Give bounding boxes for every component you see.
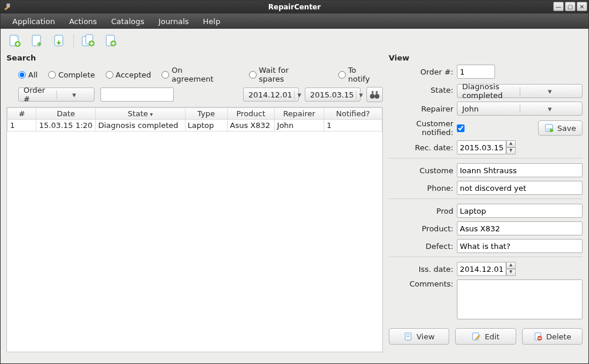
- results-table[interactable]: # Date State Type Product Repairer Notif…: [6, 107, 383, 352]
- date-from-select[interactable]: 2014.12.01 ▾: [243, 87, 299, 102]
- date-to-select[interactable]: 2015.03.15 ▾: [305, 87, 361, 102]
- filter-wait-spares-label: Wait for spares: [259, 66, 311, 83]
- toolbar-doc-arrow-icon[interactable]: [29, 32, 45, 49]
- col-state[interactable]: State: [96, 108, 185, 120]
- customer-field[interactable]: [457, 163, 583, 177]
- state-select[interactable]: Diagnosis completed ▾: [457, 84, 583, 98]
- view-heading: View: [389, 53, 583, 62]
- separator: [389, 198, 583, 199]
- filter-on-agreement[interactable]: On agreement: [161, 66, 221, 83]
- filter-controls: Order # ▾ 2014.12.01 ▾ 2015.03.15 ▾: [6, 87, 383, 107]
- toolbar-doc-down-icon[interactable]: [51, 32, 68, 49]
- edit-button[interactable]: Edit: [455, 328, 516, 345]
- date-to-value: 2015.03.15: [308, 90, 356, 99]
- defect-field[interactable]: [457, 239, 583, 253]
- filter-complete-label: Complete: [58, 70, 95, 79]
- filter-on-agreement-label: On agreement: [171, 66, 221, 83]
- search-input[interactable]: [100, 87, 174, 102]
- toolbar-docs-add-icon[interactable]: [80, 32, 96, 49]
- prod-label: Prod: [389, 207, 453, 215]
- filter-all[interactable]: All: [18, 70, 38, 79]
- cell-date: 15.03.15 1:20: [36, 120, 96, 132]
- spin-up-icon[interactable]: ▲: [506, 262, 516, 269]
- menu-actions[interactable]: Actions: [62, 15, 105, 28]
- window-controls: — ▢ ✕: [553, 2, 587, 11]
- svg-rect-20: [406, 336, 410, 337]
- close-button[interactable]: ✕: [577, 2, 587, 11]
- rec-date-field[interactable]: ▲▼: [457, 140, 516, 154]
- search-heading: Search: [6, 53, 383, 62]
- repairer-value: John: [460, 105, 520, 113]
- spin-down-icon[interactable]: ▼: [506, 269, 516, 276]
- order-number-label: Order #:: [389, 68, 453, 76]
- save-icon: [544, 123, 554, 133]
- document-icon: [403, 332, 413, 341]
- state-label: State:: [389, 86, 453, 95]
- spin-down-icon[interactable]: ▼: [506, 147, 516, 154]
- view-button[interactable]: View: [389, 328, 449, 345]
- customer-notified-label: Customer notified:: [389, 119, 453, 137]
- order-number-field[interactable]: [457, 65, 495, 79]
- app-window: RepairCenter — ▢ ✕ Application Actions C…: [0, 0, 589, 364]
- prod-field[interactable]: [457, 204, 583, 218]
- svg-rect-19: [406, 335, 410, 335]
- chevron-down-icon: ▾: [356, 90, 364, 99]
- chevron-down-icon: ▾: [520, 105, 580, 113]
- col-repairer[interactable]: Repairer: [274, 108, 324, 120]
- col-date[interactable]: Date: [36, 108, 96, 120]
- filter-radios: All Complete Accepted On agreement Wait …: [6, 65, 383, 87]
- svg-rect-13: [372, 91, 373, 95]
- chevron-down-icon: ▾: [520, 87, 580, 96]
- save-button[interactable]: Save: [538, 120, 583, 136]
- spin-up-icon[interactable]: ▲: [506, 140, 516, 147]
- filter-to-notify[interactable]: To notify: [338, 66, 377, 83]
- customer-notified-checkbox[interactable]: [457, 124, 465, 132]
- chevron-down-icon: ▾: [294, 90, 302, 99]
- cell-num: 1: [8, 120, 36, 132]
- svg-rect-14: [376, 91, 378, 95]
- customer-label: Custome: [389, 166, 453, 175]
- delete-button[interactable]: Delete: [522, 328, 583, 345]
- view-button-label: View: [416, 332, 435, 341]
- filter-all-label: All: [28, 70, 38, 79]
- iss-date-label: Iss. date:: [389, 265, 453, 274]
- toolbar-new-doc-icon[interactable]: [6, 32, 23, 49]
- view-pane: View Order #: State: Diagnosis completed…: [389, 53, 583, 352]
- cell-type: Laptop: [185, 120, 227, 132]
- filter-to-notify-label: To notify: [348, 66, 377, 83]
- svg-point-17: [550, 129, 553, 132]
- col-type[interactable]: Type: [185, 108, 227, 120]
- search-button[interactable]: [366, 87, 383, 102]
- phone-field[interactable]: [457, 181, 583, 195]
- col-product[interactable]: Product: [227, 108, 274, 120]
- save-button-label: Save: [557, 124, 576, 133]
- filter-complete[interactable]: Complete: [48, 70, 95, 79]
- date-from-value: 2014.12.01: [246, 90, 294, 99]
- filter-accepted-label: Accepted: [116, 70, 152, 79]
- minimize-button[interactable]: —: [553, 2, 564, 11]
- separator: [389, 257, 583, 257]
- toolbar-doc-add-icon[interactable]: [102, 32, 119, 49]
- rec-date-input[interactable]: [457, 140, 506, 154]
- menu-help[interactable]: Help: [196, 15, 228, 28]
- window-title: RepairCenter: [1, 3, 588, 11]
- iss-date-input[interactable]: [457, 262, 506, 276]
- filter-accepted[interactable]: Accepted: [106, 70, 152, 79]
- chevron-down-icon: ▾: [56, 90, 92, 99]
- repairer-select[interactable]: John ▾: [457, 102, 583, 116]
- menu-catalogs[interactable]: Catalogs: [104, 15, 152, 28]
- menu-journals[interactable]: Journals: [152, 15, 196, 28]
- product-field[interactable]: [457, 221, 583, 235]
- filter-wait-spares[interactable]: Wait for spares: [249, 66, 311, 83]
- search-pane: Search All Complete Accepted On agreemen…: [6, 53, 383, 352]
- action-buttons: View Edit Delete: [389, 328, 583, 345]
- iss-date-field[interactable]: ▲▼: [457, 262, 516, 276]
- table-row[interactable]: 1 15.03.15 1:20 Diagnosis completed Lapt…: [8, 120, 382, 132]
- comments-field[interactable]: [457, 279, 583, 319]
- menu-application[interactable]: Application: [5, 15, 62, 28]
- search-by-select[interactable]: Order # ▾: [18, 87, 95, 102]
- maximize-button[interactable]: ▢: [565, 2, 575, 11]
- col-num[interactable]: #: [8, 108, 36, 120]
- phone-label: Phone:: [389, 184, 453, 193]
- col-notified[interactable]: Notified?: [324, 108, 382, 120]
